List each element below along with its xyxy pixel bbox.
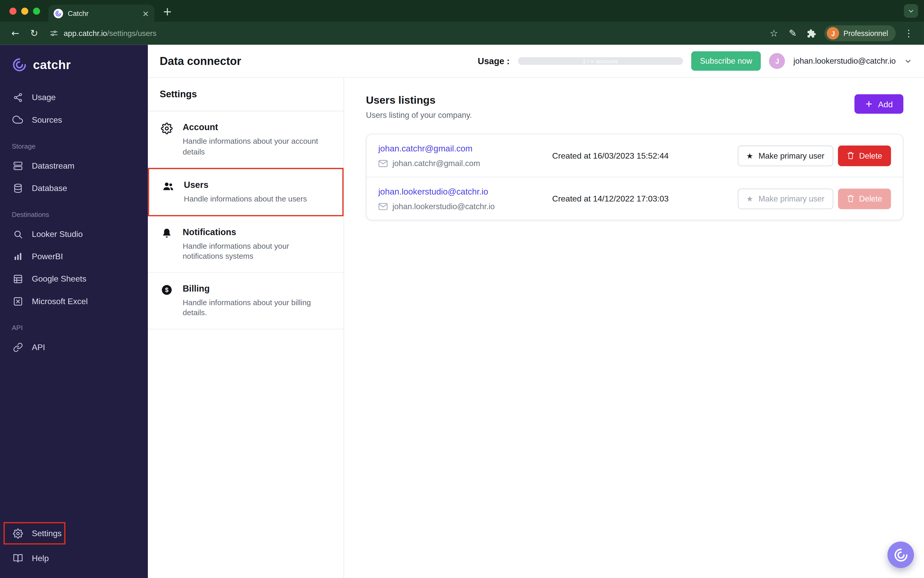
- tab-search-button[interactable]: [904, 4, 918, 18]
- add-user-button[interactable]: Add: [854, 94, 903, 114]
- browser-profile-avatar: J: [827, 27, 839, 39]
- account-menu-chevron-icon[interactable]: [904, 57, 912, 65]
- usage-progress-bar: 1 / ∞ accounts: [518, 57, 683, 65]
- sidebar-item-database[interactable]: Database: [0, 177, 148, 199]
- sidebar-item-label: Google Sheets: [32, 273, 86, 285]
- settings-nav-users[interactable]: Users Handle informations about the user…: [148, 168, 343, 216]
- usage-label: Usage :: [477, 56, 510, 66]
- main-header: Users listings Users listing of your com…: [366, 94, 903, 120]
- close-tab-icon[interactable]: ×: [142, 9, 149, 18]
- browser-menu-icon[interactable]: ⋮: [900, 25, 917, 42]
- trash-icon: [847, 195, 854, 203]
- chat-widget-button[interactable]: [888, 542, 914, 568]
- svg-text:$: $: [165, 286, 168, 293]
- browser-profile-chip[interactable]: J Professionnel: [825, 25, 896, 41]
- bar-chart-icon: [12, 250, 24, 262]
- trash-icon: [847, 151, 854, 160]
- cloud-icon: [12, 114, 24, 125]
- account-avatar[interactable]: J: [769, 53, 785, 69]
- back-button[interactable]: ←: [7, 25, 24, 42]
- browser-chrome: Catchr × + ← ↻ app.catchr.io/settings/us…: [0, 0, 924, 45]
- table-icon: [12, 273, 24, 285]
- delete-user-button[interactable]: Delete: [838, 145, 891, 166]
- settings-panel-title: Settings: [148, 78, 343, 111]
- edit-icon[interactable]: ✎: [784, 25, 801, 42]
- browser-profile-name: Professionnel: [843, 29, 888, 37]
- sidebar: catchr Usage Sources Storage Datastream: [0, 45, 148, 578]
- sidebar-section-destinations: Destinations: [0, 199, 148, 223]
- sidebar-item-help[interactable]: Help: [0, 547, 148, 572]
- make-primary-user-button-disabled[interactable]: ★ Make primary user: [737, 188, 833, 209]
- row-actions: ★ Make primary user Delete: [737, 145, 891, 166]
- sidebar-item-sources[interactable]: Sources: [0, 108, 148, 131]
- fullscreen-window-button[interactable]: [33, 7, 40, 15]
- settings-nav-billing[interactable]: $ Billing Handle informations about your…: [148, 273, 343, 329]
- user-created-at: Created at 14/12/2022 17:03:03: [552, 194, 737, 203]
- catchr-chat-logo-icon: [893, 547, 908, 563]
- sidebar-item-label: Settings: [32, 528, 62, 539]
- bell-icon: [160, 227, 174, 261]
- bookmark-star-icon[interactable]: ☆: [766, 25, 782, 42]
- settings-nav-item-text: Account Handle informations about your a…: [183, 122, 320, 157]
- sidebar-item-usage[interactable]: Usage: [0, 86, 148, 108]
- subscribe-now-button[interactable]: Subscribe now: [691, 51, 761, 71]
- address-bar[interactable]: app.catchr.io/settings/users: [50, 29, 763, 37]
- settings-nav-panel: Settings Account Handle informations abo…: [148, 78, 344, 578]
- close-window-button[interactable]: [10, 7, 17, 15]
- book-icon: [12, 552, 24, 564]
- sidebar-item-datastream[interactable]: Datastream: [0, 154, 148, 177]
- dollar-icon: $: [160, 283, 174, 318]
- settings-nav-item-text: Billing Handle informations about your b…: [183, 283, 320, 318]
- user-email: johan.lookerstudio@catchr.io: [393, 202, 495, 211]
- site-info-icon[interactable]: [50, 29, 58, 37]
- settings-nav-notifications[interactable]: Notifications Handle informations about …: [148, 216, 343, 273]
- plus-icon: [865, 100, 873, 108]
- user-created-at: Created at 16/03/2023 15:52:44: [552, 151, 737, 161]
- browser-window: Catchr × + ← ↻ app.catchr.io/settings/us…: [0, 0, 924, 578]
- account-email: johan.lookerstudio@catchr.io: [793, 57, 895, 65]
- gear-icon: [160, 122, 174, 157]
- mail-icon: [378, 203, 388, 211]
- browser-tab[interactable]: Catchr ×: [48, 5, 154, 22]
- main-content: Users listings Users listing of your com…: [344, 78, 924, 578]
- sidebar-item-label: API: [32, 341, 45, 353]
- sidebar-item-label: PowerBI: [32, 250, 63, 262]
- row-actions: ★ Make primary user Delete: [737, 188, 891, 209]
- settings-nav-item-text: Users Handle informations about the user…: [184, 180, 307, 204]
- delete-user-button-disabled[interactable]: Delete: [838, 188, 891, 209]
- new-tab-button[interactable]: +: [163, 4, 172, 18]
- sidebar-item-label: Sources: [32, 114, 62, 125]
- user-email: johan.catchr@gmail.com: [393, 159, 480, 168]
- header-right: Usage : 1 / ∞ accounts Subscribe now J j…: [477, 51, 912, 71]
- sidebar-item-settings[interactable]: Settings: [5, 523, 64, 543]
- annotation-box-settings: Settings: [3, 522, 65, 544]
- sidebar-item-label: Help: [32, 552, 49, 564]
- user-identity: johan.catchr@gmail.com johan.catchr@gmai…: [378, 143, 552, 168]
- sidebar-item-looker-studio[interactable]: Looker Studio: [0, 223, 148, 245]
- sidebar-item-label: Looker Studio: [32, 228, 83, 240]
- user-name-link[interactable]: johan.catchr@gmail.com: [378, 144, 473, 153]
- minimize-window-button[interactable]: [21, 7, 29, 15]
- extensions-icon[interactable]: [803, 25, 820, 42]
- sidebar-section-api: API: [0, 312, 148, 336]
- sidebar-item-powerbi[interactable]: PowerBI: [0, 245, 148, 268]
- user-email-line: johan.lookerstudio@catchr.io: [378, 202, 552, 211]
- reload-button[interactable]: ↻: [26, 25, 42, 42]
- users-icon: [161, 180, 175, 204]
- settings-nav-account[interactable]: Account Handle informations about your a…: [148, 111, 343, 168]
- brand[interactable]: catchr: [0, 54, 148, 75]
- url-text: app.catchr.io/settings/users: [64, 29, 157, 37]
- section-title: Users listings: [366, 94, 472, 107]
- app-header: Data connector Usage : 1 / ∞ accounts Su…: [148, 45, 924, 78]
- sidebar-item-google-sheets[interactable]: Google Sheets: [0, 268, 148, 290]
- sidebar-item-label: Datastream: [32, 160, 75, 171]
- section-subtitle: Users listing of your company.: [366, 111, 472, 120]
- sidebar-item-microsoft-excel[interactable]: Microsoft Excel: [0, 290, 148, 312]
- database-icon: [12, 182, 24, 194]
- users-list-card: johan.catchr@gmail.com johan.catchr@gmai…: [366, 134, 903, 220]
- server-icon: [12, 160, 24, 171]
- user-name-link[interactable]: johan.lookerstudio@catchr.io: [378, 187, 488, 196]
- catchr-logo-icon: [12, 57, 27, 73]
- make-primary-user-button[interactable]: ★ Make primary user: [737, 145, 833, 166]
- sidebar-item-api[interactable]: API: [0, 336, 148, 358]
